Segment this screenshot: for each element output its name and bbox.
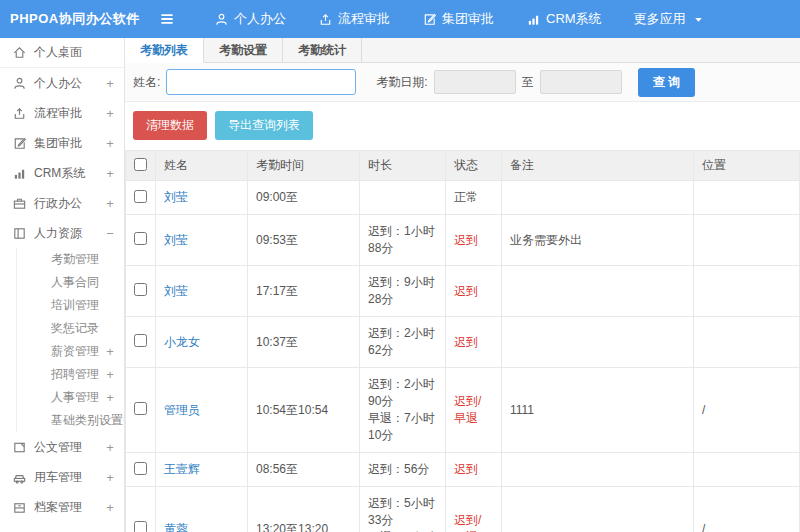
tab-1[interactable]: 考勤设置 — [204, 38, 283, 62]
row-checkbox[interactable] — [134, 334, 147, 347]
sidebar-subitem-1[interactable]: 人事合同 — [16, 271, 124, 294]
tab-0[interactable]: 考勤列表 — [125, 38, 204, 63]
select-all-checkbox[interactable] — [134, 158, 147, 171]
expand-toggle[interactable]: + — [104, 76, 116, 91]
sidebar-subitem-7[interactable]: 基础类别设置+ — [16, 409, 124, 432]
sidebar-subitem-5[interactable]: 招聘管理+ — [16, 363, 124, 386]
row-checkbox[interactable] — [134, 283, 147, 296]
menu-toggle-icon[interactable] — [150, 10, 184, 28]
row-checkbox[interactable] — [134, 521, 147, 532]
sidebar-subitem-0[interactable]: 考勤管理 — [16, 248, 124, 271]
employee-link[interactable]: 王壹辉 — [164, 462, 200, 476]
sidebar-item-5[interactable]: 行政办公+ — [0, 188, 124, 218]
expand-toggle[interactable]: + — [104, 500, 116, 515]
sidebar-item-9[interactable]: 档案管理+ — [0, 492, 124, 522]
briefcase-icon — [12, 196, 27, 211]
sidebar-subitem-2[interactable]: 培训管理 — [16, 294, 124, 317]
nav-item-4[interactable]: 更多应用 — [618, 0, 722, 38]
sidebar-subitem-label: 薪资管理 — [51, 343, 104, 360]
status-cell: 迟到/早退 — [446, 487, 502, 532]
sidebar-item-7[interactable]: 公文管理+ — [0, 432, 124, 462]
nav-item-1[interactable]: 流程审批 — [302, 0, 406, 38]
sidebar-item-6[interactable]: 人力资源− — [0, 218, 124, 248]
duration-cell: 迟到：2小时62分 — [360, 317, 446, 368]
time-cell: 10:37至 — [248, 317, 360, 368]
employee-link[interactable]: 管理员 — [164, 403, 200, 417]
expand-toggle[interactable]: + — [104, 136, 116, 151]
query-button[interactable]: 查 询 — [638, 68, 695, 97]
status-badge: 迟到 — [454, 284, 478, 298]
checkbox-cell — [126, 266, 156, 317]
employee-link[interactable]: 刘莹 — [164, 284, 188, 298]
name-cell: 刘莹 — [156, 215, 248, 266]
expand-toggle[interactable]: + — [104, 367, 116, 382]
nav-item-0[interactable]: 个人办公 — [198, 0, 302, 38]
table-row: 刘莹09:53至迟到：1小时88分迟到业务需要外出 — [126, 215, 800, 266]
status-badge: 迟到 — [454, 233, 478, 247]
sidebar-item-label: 个人办公 — [34, 75, 97, 92]
nav-item-2[interactable]: 集团审批 — [406, 0, 510, 38]
remark-cell: 1111 — [502, 368, 694, 453]
expand-toggle[interactable]: + — [104, 344, 116, 359]
name-cell: 管理员 — [156, 368, 248, 453]
caret-down-icon — [691, 12, 706, 27]
checkbox-cell — [126, 487, 156, 532]
expand-toggle[interactable]: + — [104, 196, 116, 211]
sidebar-item-label: 人力资源 — [34, 225, 97, 242]
location-cell: / — [694, 487, 800, 532]
sidebar-subitem-4[interactable]: 薪资管理+ — [16, 340, 124, 363]
row-checkbox[interactable] — [134, 232, 147, 245]
nav-item-3[interactable]: CRM系统 — [510, 0, 618, 38]
nav-item-label: 更多应用 — [634, 10, 686, 28]
sidebar-item-0[interactable]: 个人桌面 — [0, 38, 124, 68]
checkbox-cell — [126, 215, 156, 266]
expand-toggle[interactable]: − — [104, 226, 116, 241]
employee-link[interactable]: 小龙女 — [164, 335, 200, 349]
nav-item-label: CRM系统 — [546, 10, 602, 28]
clean-data-button[interactable]: 清理数据 — [133, 111, 207, 140]
home-icon — [12, 45, 27, 60]
name-cell: 刘莹 — [156, 266, 248, 317]
edit-icon — [422, 12, 437, 27]
table-row: 刘莹17:17至迟到：9小时28分迟到 — [126, 266, 800, 317]
sidebar-item-2[interactable]: 流程审批+ — [0, 98, 124, 128]
row-checkbox[interactable] — [134, 462, 147, 475]
column-header: 备注 — [502, 151, 694, 181]
sidebar-subitem-3[interactable]: 奖惩记录 — [16, 317, 124, 340]
expand-toggle[interactable]: + — [104, 390, 116, 405]
name-filter-label: 姓名: — [133, 74, 160, 91]
sidebar-subitem-6[interactable]: 人事管理+ — [16, 386, 124, 409]
sidebar-item-3[interactable]: 集团审批+ — [0, 128, 124, 158]
table-body: 刘莹09:00至正常刘莹09:53至迟到：1小时88分迟到业务需要外出刘莹17:… — [126, 181, 800, 532]
tab-bar: 考勤列表考勤设置考勤统计 — [125, 38, 800, 63]
row-checkbox[interactable] — [134, 402, 147, 415]
sidebar-item-label: 个人桌面 — [34, 44, 116, 61]
row-checkbox[interactable] — [134, 190, 147, 203]
export-list-button[interactable]: 导出查询列表 — [215, 111, 313, 140]
tab-2[interactable]: 考勤统计 — [283, 38, 362, 62]
app-logo[interactable]: PHPOA协同办公软件 — [0, 10, 150, 28]
name-filter-input[interactable] — [166, 69, 356, 95]
column-header: 考勤时间 — [248, 151, 360, 181]
status-cell: 正常 — [446, 181, 502, 215]
expand-toggle[interactable]: + — [104, 166, 116, 181]
expand-toggle[interactable]: + — [104, 470, 116, 485]
expand-toggle[interactable]: + — [104, 440, 116, 455]
employee-link[interactable]: 刘莹 — [164, 233, 188, 247]
column-header: 状态 — [446, 151, 502, 181]
location-cell — [694, 266, 800, 317]
date-to-input[interactable] — [540, 70, 622, 94]
sidebar-item-label: 公文管理 — [34, 439, 97, 456]
date-from-input[interactable] — [434, 70, 516, 94]
sidebar-item-1[interactable]: 个人办公+ — [0, 68, 124, 98]
sidebar-item-10[interactable]: 项目管理+ — [0, 522, 124, 532]
sidebar-item-4[interactable]: CRM系统+ — [0, 158, 124, 188]
expand-toggle[interactable]: + — [104, 106, 116, 121]
employee-link[interactable]: 刘莹 — [164, 190, 188, 204]
sidebar-subitem-label: 奖惩记录 — [51, 320, 116, 337]
sidebar-item-8[interactable]: 用车管理+ — [0, 462, 124, 492]
remark-cell — [502, 487, 694, 532]
employee-link[interactable]: 黄蓉 — [164, 522, 188, 532]
time-cell: 09:00至 — [248, 181, 360, 215]
duration-cell — [360, 181, 446, 215]
